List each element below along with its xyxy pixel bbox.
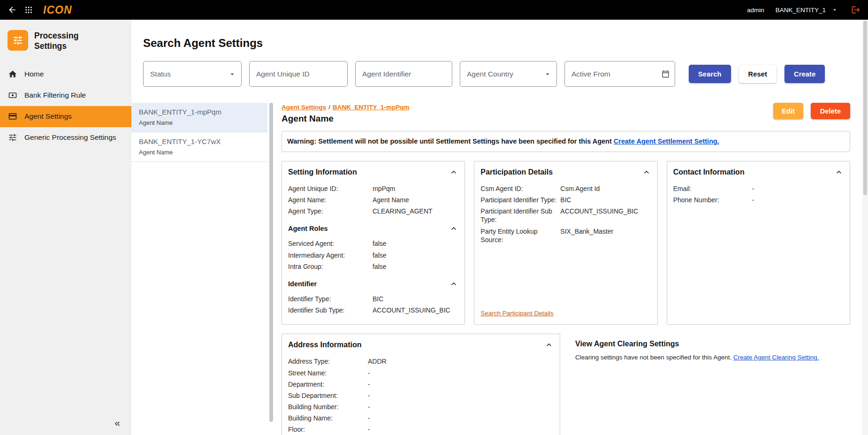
settlement-warning-banner: Warning: Settlement will not be possible… <box>282 131 850 152</box>
chevron-up-icon[interactable] <box>449 224 458 233</box>
chevron-up-icon[interactable] <box>449 279 458 289</box>
warning-text: Warning: Settlement will not be possible… <box>287 137 612 145</box>
field-row: Identifier Sub Type: ACCOUNT_ISSUING_BIC <box>288 306 458 314</box>
logout-icon <box>851 5 860 15</box>
subsection-title: Agent Roles <box>288 225 328 232</box>
agent-roles-subsection-header: Agent Roles <box>288 224 458 233</box>
sidebar-item-label: Generic Processing Settings <box>24 133 116 142</box>
field-row: Agent Type: CLEARING_AGENT <box>288 207 458 215</box>
field-row: Building Number: - <box>288 403 554 411</box>
field-value: Agent Name <box>373 196 458 204</box>
field-value: - <box>368 380 554 389</box>
clearing-settings-title: View Agent Clearing Settings <box>575 340 850 348</box>
sidebar-item-agent-settings[interactable]: Agent Settings <box>0 106 131 127</box>
delete-button[interactable]: Delete <box>811 103 850 119</box>
main-content: Search Agent Settings <box>131 20 868 435</box>
agent-unique-id-input[interactable] <box>250 61 347 86</box>
sidebar-nav: Home Bank Filtering Rule Agent Settings … <box>0 64 131 148</box>
field-row: Serviced Agent: false <box>288 239 458 248</box>
field-label: Serviced Agent: <box>288 239 373 248</box>
field-label: Identifier Sub Type: <box>288 306 373 314</box>
active-from-datepicker[interactable] <box>564 61 675 87</box>
field-row: Participant Identifier Sub Type: ACCOUNT… <box>480 207 651 224</box>
username-label: admin <box>747 7 764 14</box>
active-from-input[interactable] <box>565 61 675 86</box>
field-label: Agent Type: <box>288 207 373 215</box>
field-value: - <box>368 391 554 400</box>
field-label: Email: <box>673 184 752 193</box>
field-value: CLEARING_AGENT <box>373 207 458 215</box>
field-label: Identifier Type: <box>288 295 373 303</box>
chevron-up-icon[interactable] <box>642 168 651 177</box>
field-label: Phone Number: <box>673 196 752 204</box>
sidebar-item-label: Home <box>24 70 44 78</box>
field-row: Intra Group: false <box>288 262 458 271</box>
page-scrollbar-thumb[interactable] <box>863 21 867 195</box>
chevron-up-icon[interactable] <box>834 168 844 177</box>
breadcrumb-current-link[interactable]: BANK_ENTITY_1-mpPqm <box>333 104 410 111</box>
status-select[interactable] <box>143 61 242 87</box>
field-label: Participant Identifier Type: <box>480 196 560 204</box>
create-clearing-setting-link[interactable]: Create Agent Clearing Setting. <box>733 354 819 361</box>
card-title: Participation Details <box>480 168 553 176</box>
field-row: Participant Identifier Type: BIC <box>480 196 651 204</box>
field-label: Department: <box>288 380 368 389</box>
sidebar-item-home[interactable]: Home <box>0 64 131 85</box>
apps-grid-button[interactable] <box>24 6 33 14</box>
field-row: Csm Agent ID: Csm Agent Id <box>480 184 651 193</box>
agent-detail-panel: Agent Settings/BANK_ENTITY_1-mpPqm Agent… <box>282 103 868 435</box>
field-row: Street Name: - <box>288 369 554 377</box>
agent-list: BANK_ENTITY_1-mpPqm Agent Name BANK_ENTI… <box>131 103 267 435</box>
agent-list-item[interactable]: BANK_ENTITY_1-mpPqm Agent Name <box>131 103 267 132</box>
agent-item-name: Agent Name <box>139 119 260 126</box>
field-label: Intra Group: <box>288 262 373 271</box>
entity-selector[interactable]: BANK_ENTITY_1 <box>776 7 838 14</box>
sliders-icon <box>8 133 17 142</box>
search-button[interactable]: Search <box>689 65 731 83</box>
sidebar-collapse-button[interactable]: « <box>103 411 131 435</box>
sidebar-item-generic-processing-settings[interactable]: Generic Processing Settings <box>0 127 131 148</box>
agent-list-item[interactable]: BANK_ENTITY_1-YC7wX Agent Name <box>131 132 267 162</box>
search-participant-details-link[interactable]: Search Participant Details <box>480 310 553 317</box>
field-value: - <box>752 184 844 193</box>
field-label: Sub Department: <box>288 391 368 400</box>
field-value: BIC <box>560 196 651 204</box>
agent-identifier-field[interactable] <box>355 61 452 87</box>
back-button[interactable] <box>8 5 17 15</box>
detail-scrollbar-thumb[interactable] <box>269 103 273 422</box>
sidebar-item-label: Bank Filtering Rule <box>24 91 86 99</box>
agent-identifier-input[interactable] <box>356 61 452 86</box>
agent-settings-icon <box>8 112 17 121</box>
agent-unique-id-field[interactable] <box>249 61 348 87</box>
caret-down-icon <box>831 7 838 13</box>
logout-button[interactable] <box>851 5 860 15</box>
create-settlement-setting-link[interactable]: Create Agent Settlement Setting. <box>614 137 719 145</box>
sidebar-header: Processing Settings <box>0 20 131 57</box>
field-label: Agent Unique ID: <box>288 184 373 193</box>
apps-grid-icon <box>24 6 33 14</box>
field-value: false <box>373 262 458 271</box>
chevron-up-icon[interactable] <box>544 340 554 350</box>
field-value: mpPqm <box>373 184 458 193</box>
subsection-title: Identifier <box>288 280 317 288</box>
topbar: ICON admin BANK_ENTITY_1 <box>0 0 868 20</box>
edit-button[interactable]: Edit <box>773 103 803 119</box>
field-value: BIC <box>373 295 458 303</box>
reset-button[interactable]: Reset <box>739 65 777 83</box>
sidebar-item-bank-filtering-rule[interactable]: Bank Filtering Rule <box>0 85 131 106</box>
agent-country-input[interactable] <box>460 61 556 86</box>
chevron-up-icon[interactable] <box>449 168 458 177</box>
status-input[interactable] <box>144 61 241 86</box>
breadcrumb-agent-settings-link[interactable]: Agent Settings <box>282 104 326 111</box>
agent-country-select[interactable] <box>460 61 557 87</box>
sidebar: Processing Settings Home Bank Filtering … <box>0 20 131 435</box>
field-row: Party Entity Lookup Source: SIX_Bank_Mas… <box>480 227 651 244</box>
agent-item-name: Agent Name <box>139 149 260 156</box>
icon-logo: ICON <box>43 4 72 16</box>
field-row: Floor: - <box>288 425 554 434</box>
bank-filtering-rule-icon <box>8 91 17 100</box>
field-row: Building Name: - <box>288 414 554 422</box>
create-button[interactable]: Create <box>784 65 825 83</box>
field-value: - <box>368 369 554 377</box>
breadcrumb: Agent Settings/BANK_ENTITY_1-mpPqm <box>282 104 410 111</box>
